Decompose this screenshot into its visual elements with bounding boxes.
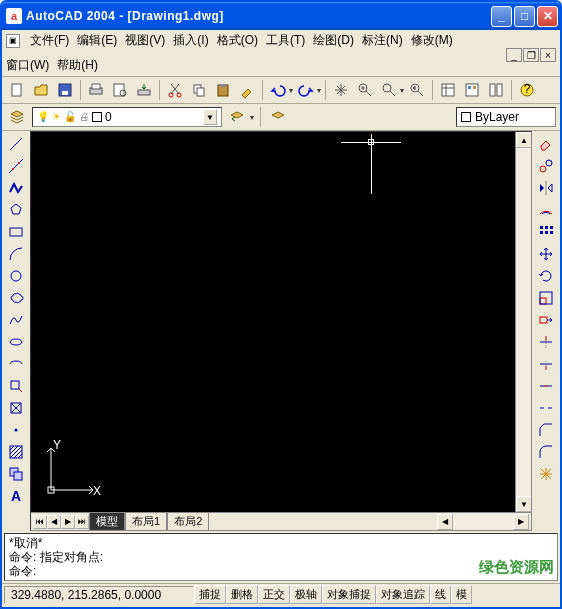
layer-manager-button[interactable] [6, 106, 28, 128]
cut-button[interactable] [164, 79, 186, 101]
properties-button[interactable] [437, 79, 459, 101]
scroll-up-button[interactable]: ▲ [516, 132, 531, 148]
snap-toggle[interactable]: 捕捉 [194, 585, 226, 604]
menu-edit[interactable]: 编辑(E) [77, 32, 117, 49]
menu-format[interactable]: 格式(O) [217, 32, 258, 49]
revcloud-button[interactable] [4, 287, 28, 309]
arc-button[interactable] [4, 243, 28, 265]
zoom-previous-button[interactable] [406, 79, 428, 101]
offset-button[interactable] [534, 199, 558, 221]
polar-toggle[interactable]: 极轴 [290, 585, 322, 604]
zoom-window-button[interactable] [378, 79, 400, 101]
fillet-button[interactable] [534, 441, 558, 463]
help-button[interactable]: ? [516, 79, 538, 101]
menu-window[interactable]: 窗口(W) [6, 57, 49, 74]
horizontal-scrollbar[interactable]: ◀ ▶ [437, 514, 529, 530]
color-combo[interactable]: ByLayer [456, 107, 556, 127]
undo-button[interactable] [267, 79, 289, 101]
mirror-button[interactable] [534, 177, 558, 199]
tab-model[interactable]: 模型 [89, 513, 125, 531]
command-window[interactable]: *取消* 命令: 指定对角点: 命令: [4, 533, 558, 581]
otrack-toggle[interactable]: 对象追踪 [376, 585, 430, 604]
redo-dropdown[interactable]: ▾ [317, 86, 321, 95]
menu-view[interactable]: 视图(V) [125, 32, 165, 49]
polyline-button[interactable] [4, 177, 28, 199]
menu-dimension[interactable]: 标注(N) [362, 32, 403, 49]
hatch-button[interactable] [4, 441, 28, 463]
menu-modify[interactable]: 修改(M) [411, 32, 453, 49]
stretch-button[interactable] [534, 309, 558, 331]
menu-draw[interactable]: 绘图(D) [313, 32, 354, 49]
plot-preview-button[interactable] [109, 79, 131, 101]
new-button[interactable] [6, 79, 28, 101]
tool-palette-button[interactable] [485, 79, 507, 101]
explode-button[interactable] [534, 463, 558, 485]
vertical-scrollbar[interactable]: ▲ ▼ [515, 132, 531, 512]
coordinates-display[interactable]: 329.4880, 215.2865, 0.0000 [4, 586, 194, 604]
rectangle-button[interactable] [4, 221, 28, 243]
pan-button[interactable] [330, 79, 352, 101]
titlebar[interactable]: a AutoCAD 2004 - [Drawing1.dwg] _ □ ✕ [2, 2, 560, 30]
extend-button[interactable] [534, 353, 558, 375]
ellipse-button[interactable] [4, 331, 28, 353]
mdi-restore-button[interactable]: ❐ [523, 48, 539, 62]
layer-combo-arrow[interactable]: ▼ [203, 109, 217, 125]
menu-tools[interactable]: 工具(T) [266, 32, 305, 49]
trim-button[interactable] [534, 331, 558, 353]
undo-dropdown[interactable]: ▾ [289, 86, 293, 95]
match-prop-button[interactable] [236, 79, 258, 101]
tab-layout2[interactable]: 布局2 [167, 513, 209, 531]
scroll-down-button[interactable]: ▼ [516, 496, 531, 512]
break-at-point-button[interactable] [534, 375, 558, 397]
redo-button[interactable] [295, 79, 317, 101]
design-center-button[interactable] [461, 79, 483, 101]
layer-states-dropdown[interactable]: ▾ [250, 113, 254, 122]
save-button[interactable] [54, 79, 76, 101]
make-block-button[interactable] [4, 397, 28, 419]
layer-combo[interactable]: 💡 ☀ 🔓 🖨 0 ▼ [32, 107, 222, 127]
lwt-toggle[interactable]: 线 [430, 585, 451, 604]
scroll-right-button[interactable]: ▶ [513, 514, 529, 530]
circle-button[interactable] [4, 265, 28, 287]
zoom-dropdown[interactable]: ▾ [400, 86, 404, 95]
spline-button[interactable] [4, 309, 28, 331]
tab-next-button[interactable]: ▶ [61, 515, 75, 529]
block-insert-button[interactable] [4, 375, 28, 397]
scale-button[interactable] [534, 287, 558, 309]
drawing-canvas[interactable]: X Y [31, 132, 515, 512]
mtext-button[interactable]: A [4, 485, 28, 507]
tab-layout1[interactable]: 布局1 [125, 513, 167, 531]
line-button[interactable] [4, 133, 28, 155]
mdi-close-button[interactable]: × [540, 48, 556, 62]
layer-make-current-button[interactable] [267, 106, 289, 128]
mdi-minimize-button[interactable]: _ [506, 48, 522, 62]
open-button[interactable] [30, 79, 52, 101]
break-button[interactable] [534, 397, 558, 419]
menu-insert[interactable]: 插入(I) [173, 32, 208, 49]
paste-button[interactable] [212, 79, 234, 101]
array-button[interactable] [534, 221, 558, 243]
polygon-button[interactable] [4, 199, 28, 221]
plot-button[interactable] [85, 79, 107, 101]
close-button[interactable]: ✕ [537, 6, 558, 27]
tab-last-button[interactable]: ⏭ [75, 515, 89, 529]
chamfer-button[interactable] [534, 419, 558, 441]
point-button[interactable] [4, 419, 28, 441]
osnap-toggle[interactable]: 对象捕捉 [322, 585, 376, 604]
erase-button[interactable] [534, 133, 558, 155]
tab-first-button[interactable]: ⏮ [33, 515, 47, 529]
scroll-left-button[interactable]: ◀ [437, 514, 453, 530]
tab-prev-button[interactable]: ◀ [47, 515, 61, 529]
move-button[interactable] [534, 243, 558, 265]
grid-toggle[interactable]: 删格 [226, 585, 258, 604]
ortho-toggle[interactable]: 正交 [258, 585, 290, 604]
copy-button[interactable] [188, 79, 210, 101]
maximize-button[interactable]: □ [514, 6, 535, 27]
region-button[interactable] [4, 463, 28, 485]
publish-button[interactable] [133, 79, 155, 101]
layer-previous-button[interactable] [226, 106, 248, 128]
menu-help[interactable]: 帮助(H) [57, 57, 98, 74]
minimize-button[interactable]: _ [491, 6, 512, 27]
model-toggle[interactable]: 模 [451, 585, 472, 604]
xline-button[interactable] [4, 155, 28, 177]
